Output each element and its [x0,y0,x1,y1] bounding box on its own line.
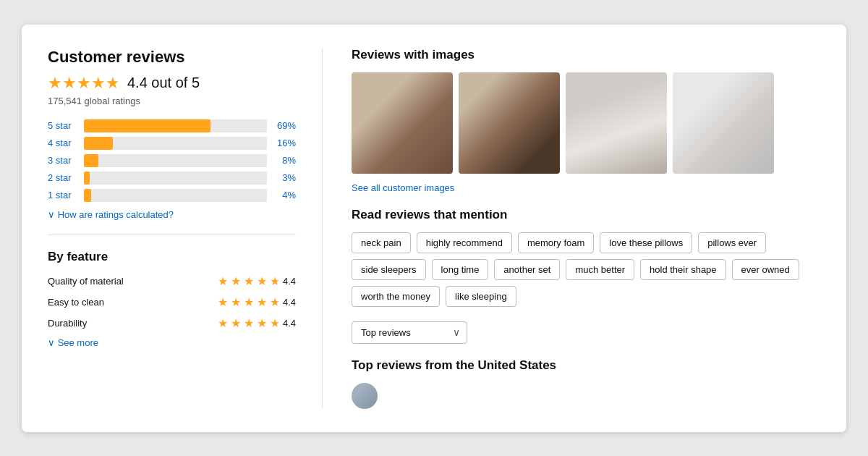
bar-fill-2 [84,172,90,185]
tag-worth-the-money[interactable]: worth the money [352,286,440,307]
sort-dropdown-wrapper[interactable]: Top reviews Most recent Top critical ∨ [352,321,467,344]
divider [48,235,296,235]
feature-row-quality: Quality of material ★ ★ ★ ★ ★ 4.4 [48,274,296,288]
feature-rating-durability: 4.4 [283,318,296,329]
star-1: ★ [48,74,62,93]
by-feature-title: By feature [48,250,296,264]
fd-star-1: ★ [218,316,228,330]
tag-much-better[interactable]: much better [566,259,634,280]
fc-star-3: ★ [244,295,254,309]
bar-track-4 [84,137,267,150]
fc-star-5-half: ★ [270,295,280,309]
bar-label-1: 1 star [48,190,78,200]
global-ratings: 175,541 global ratings [48,96,296,106]
review-image-2[interactable] [459,72,560,174]
tag-pillows-ever[interactable]: pillows ever [698,232,766,253]
tag-long-time[interactable]: long time [432,259,489,280]
bar-pct-1: 4% [273,190,296,200]
tag-love-these-pillows[interactable]: love these pillows [600,232,692,253]
tag-memory-foam[interactable]: memory foam [518,232,594,253]
read-reviews-title: Read reviews that mention [352,208,820,222]
see-all-images-link[interactable]: See all customer images [352,182,820,193]
see-more-link[interactable]: See more [48,337,296,348]
bar-label-3: 3 star [48,155,78,166]
tag-hold-their-shape[interactable]: hold their shape [640,259,726,280]
customer-reviews-card: Customer reviews ★ ★ ★ ★ ★ 4.4 out of 5 … [22,25,846,432]
bar-label-4: 4 star [48,138,78,148]
bar-row-1[interactable]: 1 star 4% [48,189,296,202]
bar-track-2 [84,172,267,185]
feature-name-durability: Durability [48,318,149,329]
tag-another-set[interactable]: another set [494,259,560,280]
fc-star-2: ★ [231,295,241,309]
review-image-1[interactable] [352,72,453,174]
star-5-half: ★ [106,74,120,93]
feature-rating-quality: 4.4 [283,276,296,287]
fc-star-4: ★ [257,295,267,309]
page-title: Customer reviews [48,48,296,67]
feature-stars-clean: ★ ★ ★ ★ ★ 4.4 [218,295,296,309]
bar-row-4[interactable]: 4 star 16% [48,137,296,150]
star-2: ★ [62,74,77,93]
review-image-4[interactable] [673,72,774,174]
bar-pct-2: 3% [273,172,296,183]
star-4: ★ [91,74,106,93]
tag-ever-owned[interactable]: ever owned [732,259,799,280]
tag-neck-pain[interactable]: neck pain [352,232,411,253]
fd-star-4: ★ [257,316,267,330]
feature-rating-clean: 4.4 [283,297,296,308]
sort-select[interactable]: Top reviews Most recent Top critical [352,321,467,344]
overall-stars: ★ ★ ★ ★ ★ [48,74,120,93]
feature-name-quality: Quality of material [48,276,149,287]
bar-label-5: 5 star [48,120,78,131]
left-column: Customer reviews ★ ★ ★ ★ ★ 4.4 out of 5 … [48,48,323,409]
tag-side-sleepers[interactable]: side sleepers [352,259,426,280]
bar-fill-4 [84,137,113,150]
f-star-5-half: ★ [270,274,280,288]
avatar-inner [352,383,378,409]
avatar [352,383,378,409]
calc-link[interactable]: How are ratings calculated? [48,209,296,220]
bar-row-3[interactable]: 3 star 8% [48,154,296,167]
right-column: Reviews with images See all customer ima… [352,48,820,409]
f-star-2: ★ [231,274,241,288]
feature-row-durability: Durability ★ ★ ★ ★ ★ 4.4 [48,316,296,330]
tag-highly-recommend[interactable]: highly recommend [417,232,512,253]
feature-row-clean: Easy to clean ★ ★ ★ ★ ★ 4.4 [48,295,296,309]
bar-row-2[interactable]: 2 star 3% [48,172,296,185]
bar-fill-1 [84,189,91,202]
rating-bars: 5 star 69% 4 star 16% 3 star 8% [48,119,296,202]
star-3: ★ [77,74,91,93]
bar-fill-5 [84,119,210,132]
bar-pct-3: 8% [273,155,296,166]
reviews-with-images-title: Reviews with images [352,48,820,62]
mention-tags-grid: neck pain highly recommend memory foam l… [352,232,820,307]
feature-stars-durability: ★ ★ ★ ★ ★ 4.4 [218,316,296,330]
review-images-row [352,72,820,174]
bar-track-3 [84,154,267,167]
fd-star-2: ★ [231,316,241,330]
bar-pct-5: 69% [273,120,296,131]
review-image-3[interactable] [566,72,667,174]
overall-rating-number: 4.4 out of 5 [127,75,200,91]
f-star-1: ★ [218,274,228,288]
bar-pct-4: 16% [273,138,296,148]
f-star-4: ★ [257,274,267,288]
bar-row-5[interactable]: 5 star 69% [48,119,296,132]
bar-track-5 [84,119,267,132]
fd-star-3: ★ [244,316,254,330]
feature-stars-quality: ★ ★ ★ ★ ★ 4.4 [218,274,296,288]
feature-name-clean: Easy to clean [48,297,149,308]
f-star-3: ★ [244,274,254,288]
bar-track-1 [84,189,267,202]
bar-label-2: 2 star [48,172,78,183]
fd-star-5-half: ★ [270,316,280,330]
bar-fill-3 [84,154,98,167]
reviewer-row-1 [352,383,820,409]
tag-like-sleeping[interactable]: like sleeping [446,286,516,307]
top-reviews-title: Top reviews from the United States [352,358,820,373]
fc-star-1: ★ [218,295,228,309]
overall-rating-row: ★ ★ ★ ★ ★ 4.4 out of 5 [48,74,296,93]
